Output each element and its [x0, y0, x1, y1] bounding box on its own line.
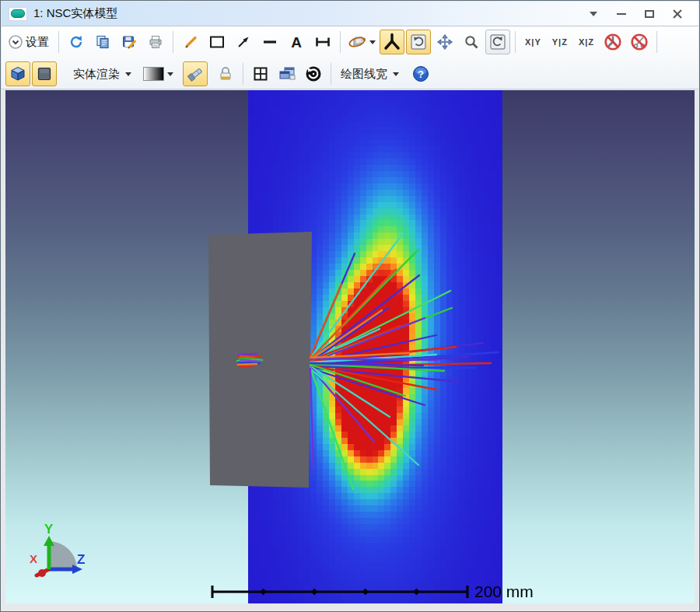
flat-shading-button[interactable]: [32, 61, 57, 86]
rotate-3d-button[interactable]: [380, 30, 404, 54]
nsc-model-window: 1: NSC实体模型 设置: [0, 0, 700, 612]
orbit-view-button[interactable]: [345, 30, 378, 54]
render-mode-dropdown[interactable]: 实体渲染: [68, 61, 134, 86]
dark-square-icon: [36, 65, 53, 82]
pencil-icon: [183, 34, 198, 50]
close-button[interactable]: [667, 5, 688, 23]
settings-button[interactable]: 设置: [5, 30, 54, 54]
flashlight-button[interactable]: [183, 61, 208, 86]
gradient-swatch-icon: [143, 67, 164, 81]
separator: [58, 31, 59, 53]
orbit-gizmo-icon: [348, 33, 366, 51]
help-glyph: ?: [412, 65, 429, 82]
separator: [243, 63, 243, 85]
refresh-icon: [68, 34, 84, 50]
separator: [656, 31, 657, 53]
dropdown-caret-icon: [393, 72, 399, 76]
lock-icon: [217, 65, 234, 82]
separator: [515, 31, 516, 53]
zoom-button[interactable]: [459, 30, 484, 54]
arrow-icon: [236, 34, 251, 50]
rectangle-icon: [208, 34, 226, 50]
pencil-tool-button[interactable]: [178, 30, 203, 54]
window-frame-bottom: [2, 603, 698, 610]
window-frame-right: [695, 90, 698, 603]
print-icon: [148, 34, 163, 50]
window-title: 1: NSC实体模型: [33, 6, 117, 21]
chevron-down-icon: [590, 12, 597, 16]
axis-triad: Y Z X: [30, 522, 85, 577]
axis-label-x: X: [30, 552, 37, 565]
cascade-windows-button[interactable]: [275, 61, 299, 86]
flashlight-icon: [187, 65, 204, 82]
line-tool-button[interactable]: [257, 30, 282, 54]
view-xz-button[interactable]: X|Z: [574, 30, 599, 54]
rotate-ccw-icon: [488, 33, 507, 51]
window-menu-button[interactable]: [583, 5, 604, 23]
disable-clip-button[interactable]: [627, 30, 652, 54]
pan-arrows-icon: [436, 33, 453, 51]
nsc-3d-viewport[interactable]: Y Z X 200 mm: [5, 90, 696, 605]
settings-label: 设置: [23, 35, 51, 50]
separator: [340, 31, 341, 53]
reset-clock-icon: [304, 65, 323, 83]
rotate-ccw-button[interactable]: [485, 30, 510, 54]
axis-label-z: Z: [77, 552, 85, 567]
scale-bar-label: 200 mm: [474, 582, 534, 600]
dropdown-caret-icon: [125, 72, 131, 76]
render-mode-label: 实体渲染: [71, 67, 122, 82]
dimension-tool-button[interactable]: [310, 30, 335, 54]
ray: [310, 310, 382, 359]
maximize-icon: [645, 10, 654, 18]
source-segment: [238, 364, 257, 365]
line-width-label: 绘图线宽: [338, 67, 390, 82]
checkerboard-icon: [252, 65, 269, 82]
help-button[interactable]: ?: [408, 61, 433, 86]
save-icon: [121, 34, 137, 50]
print-button[interactable]: [143, 30, 168, 54]
trackball-icon: [383, 33, 401, 51]
cascade-windows-icon: [278, 65, 296, 82]
view-yz-button[interactable]: Y|Z: [548, 30, 572, 54]
line-width-dropdown[interactable]: 绘图线宽: [336, 61, 401, 86]
line-icon: [261, 34, 278, 50]
title-bar: 1: NSC实体模型: [2, 2, 698, 26]
ray: [310, 369, 313, 470]
rotate-cw-icon: [409, 33, 428, 51]
window-frame-left: [2, 90, 5, 603]
save-button[interactable]: [117, 30, 142, 54]
scale-bar: 200 mm: [212, 582, 534, 600]
separator: [331, 63, 331, 85]
rotate-cw-button[interactable]: [406, 30, 431, 54]
background-gradient-dropdown[interactable]: [141, 61, 176, 86]
copy-icon: [95, 34, 110, 50]
reset-orientation-button[interactable]: [301, 61, 326, 86]
minimize-button[interactable]: [611, 5, 632, 23]
lock-button[interactable]: [213, 61, 238, 86]
pan-button[interactable]: [432, 30, 457, 54]
rectangle-tool-button[interactable]: [205, 30, 229, 54]
arrow-tool-button[interactable]: [231, 30, 256, 54]
view-xy-button[interactable]: X|Y: [520, 30, 546, 54]
shaded-model-button[interactable]: [5, 61, 30, 86]
disable-spin-button[interactable]: [600, 30, 625, 54]
split-view-button[interactable]: [248, 61, 273, 86]
help-icon: ?: [412, 65, 429, 82]
maximize-button[interactable]: [639, 5, 660, 23]
ray: [310, 368, 353, 489]
dropdown-caret-icon: [369, 40, 376, 44]
text-tool-icon: A: [291, 35, 302, 50]
no-spin-icon: [604, 33, 622, 51]
text-tool-button[interactable]: A: [284, 30, 309, 54]
dimension-icon: [314, 34, 331, 50]
window-app-icon: [9, 7, 27, 21]
copy-button[interactable]: [90, 30, 115, 54]
refresh-button[interactable]: [64, 30, 89, 54]
magnifier-icon: [464, 34, 479, 50]
axis-label-y: Y: [44, 522, 54, 537]
cube-3d-icon: [9, 65, 26, 82]
source-segment: [240, 366, 253, 367]
source-segment: [239, 354, 257, 355]
close-icon: [672, 9, 683, 19]
no-clip-scissors-icon: [630, 33, 649, 51]
